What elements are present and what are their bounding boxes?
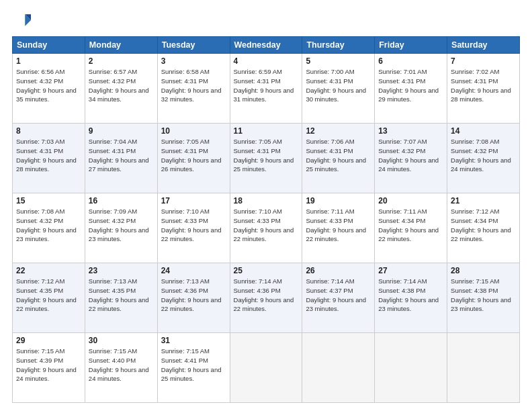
daylight-label: Daylight: 9 hours and 25 minutes. bbox=[234, 156, 294, 173]
sunset-label: Sunset: 4:31 PM bbox=[89, 147, 136, 154]
calendar-day-cell: 30 Sunrise: 7:15 AM Sunset: 4:40 PM Dayl… bbox=[85, 333, 157, 403]
calendar-day-cell bbox=[230, 333, 302, 403]
day-info: Sunrise: 7:09 AM Sunset: 4:32 PM Dayligh… bbox=[89, 207, 154, 244]
sunset-label: Sunset: 4:31 PM bbox=[306, 147, 353, 154]
day-number: 17 bbox=[161, 196, 226, 205]
day-info: Sunrise: 7:07 AM Sunset: 4:32 PM Dayligh… bbox=[378, 137, 443, 174]
sunset-label: Sunset: 4:36 PM bbox=[161, 287, 208, 294]
calendar-day-header: Monday bbox=[85, 37, 157, 54]
sunrise-label: Sunrise: 7:15 AM bbox=[161, 347, 210, 355]
calendar-day-cell: 14 Sunrise: 7:08 AM Sunset: 4:32 PM Dayl… bbox=[447, 124, 520, 193]
daylight-label: Daylight: 9 hours and 32 minutes. bbox=[161, 87, 222, 103]
day-info: Sunrise: 7:15 AM Sunset: 4:41 PM Dayligh… bbox=[161, 347, 226, 383]
daylight-label: Daylight: 9 hours and 23 minutes. bbox=[16, 226, 77, 243]
day-number: 29 bbox=[16, 336, 81, 345]
calendar-day-cell: 21 Sunrise: 7:12 AM Sunset: 4:34 PM Dayl… bbox=[447, 193, 520, 263]
sunrise-label: Sunrise: 7:04 AM bbox=[89, 138, 137, 145]
calendar-week-row: 22 Sunrise: 7:12 AM Sunset: 4:35 PM Dayl… bbox=[13, 263, 520, 333]
calendar-day-cell: 8 Sunrise: 7:03 AM Sunset: 4:31 PM Dayli… bbox=[13, 124, 85, 193]
daylight-label: Daylight: 9 hours and 30 minutes. bbox=[306, 87, 366, 103]
calendar-day-cell bbox=[302, 333, 375, 403]
sunset-label: Sunset: 4:31 PM bbox=[161, 147, 208, 154]
sunrise-label: Sunrise: 7:13 AM bbox=[161, 277, 210, 285]
calendar-day-cell: 9 Sunrise: 7:04 AM Sunset: 4:31 PM Dayli… bbox=[85, 124, 157, 193]
sunrise-label: Sunrise: 6:58 AM bbox=[161, 68, 210, 75]
day-number: 14 bbox=[451, 126, 516, 136]
calendar-week-row: 8 Sunrise: 7:03 AM Sunset: 4:31 PM Dayli… bbox=[13, 124, 520, 193]
daylight-label: Daylight: 9 hours and 23 minutes. bbox=[378, 296, 439, 313]
day-number: 6 bbox=[378, 56, 443, 66]
sunset-label: Sunset: 4:32 PM bbox=[89, 217, 136, 224]
day-number: 23 bbox=[89, 266, 154, 275]
sunrise-label: Sunrise: 7:14 AM bbox=[306, 277, 354, 285]
sunrise-label: Sunrise: 7:08 AM bbox=[16, 208, 64, 215]
daylight-label: Daylight: 9 hours and 23 minutes. bbox=[306, 296, 366, 313]
day-info: Sunrise: 7:14 AM Sunset: 4:36 PM Dayligh… bbox=[234, 277, 299, 314]
sunset-label: Sunset: 4:35 PM bbox=[16, 287, 63, 294]
day-info: Sunrise: 7:15 AM Sunset: 4:38 PM Dayligh… bbox=[451, 277, 516, 314]
day-info: Sunrise: 7:04 AM Sunset: 4:31 PM Dayligh… bbox=[89, 137, 154, 174]
day-number: 8 bbox=[16, 126, 81, 136]
sunrise-label: Sunrise: 7:14 AM bbox=[378, 277, 427, 285]
sunrise-label: Sunrise: 6:57 AM bbox=[89, 68, 137, 75]
day-info: Sunrise: 7:11 AM Sunset: 4:33 PM Dayligh… bbox=[306, 207, 371, 244]
sunrise-label: Sunrise: 7:10 AM bbox=[234, 208, 282, 215]
calendar-day-cell: 12 Sunrise: 7:06 AM Sunset: 4:31 PM Dayl… bbox=[302, 124, 375, 193]
sunrise-label: Sunrise: 7:15 AM bbox=[16, 347, 64, 355]
day-number: 22 bbox=[16, 266, 81, 275]
daylight-label: Daylight: 9 hours and 24 minutes. bbox=[89, 366, 149, 383]
sunset-label: Sunset: 4:31 PM bbox=[16, 147, 63, 154]
calendar-day-cell: 10 Sunrise: 7:05 AM Sunset: 4:31 PM Dayl… bbox=[157, 124, 230, 193]
day-info: Sunrise: 7:13 AM Sunset: 4:36 PM Dayligh… bbox=[161, 277, 226, 314]
day-number: 27 bbox=[378, 266, 443, 275]
sunset-label: Sunset: 4:35 PM bbox=[89, 287, 136, 294]
day-number: 10 bbox=[161, 126, 226, 136]
calendar-week-row: 29 Sunrise: 7:15 AM Sunset: 4:39 PM Dayl… bbox=[13, 333, 520, 403]
day-info: Sunrise: 7:00 AM Sunset: 4:31 PM Dayligh… bbox=[306, 67, 371, 104]
day-info: Sunrise: 7:03 AM Sunset: 4:31 PM Dayligh… bbox=[16, 137, 81, 174]
day-info: Sunrise: 7:12 AM Sunset: 4:34 PM Dayligh… bbox=[451, 207, 516, 244]
daylight-label: Daylight: 9 hours and 31 minutes. bbox=[234, 87, 294, 103]
calendar-header-row: SundayMondayTuesdayWednesdayThursdayFrid… bbox=[13, 37, 520, 54]
calendar-day-cell: 7 Sunrise: 7:02 AM Sunset: 4:31 PM Dayli… bbox=[447, 54, 520, 124]
day-info: Sunrise: 7:08 AM Sunset: 4:32 PM Dayligh… bbox=[16, 207, 81, 244]
calendar-day-cell: 28 Sunrise: 7:15 AM Sunset: 4:38 PM Dayl… bbox=[447, 263, 520, 333]
day-number: 20 bbox=[378, 196, 443, 205]
calendar-day-cell: 26 Sunrise: 7:14 AM Sunset: 4:37 PM Dayl… bbox=[302, 263, 375, 333]
sunrise-label: Sunrise: 7:13 AM bbox=[89, 277, 137, 285]
sunset-label: Sunset: 4:40 PM bbox=[89, 357, 136, 364]
day-info: Sunrise: 7:14 AM Sunset: 4:37 PM Dayligh… bbox=[306, 277, 371, 314]
sunrise-label: Sunrise: 7:11 AM bbox=[378, 208, 427, 215]
calendar-day-cell: 17 Sunrise: 7:10 AM Sunset: 4:33 PM Dayl… bbox=[157, 193, 230, 263]
daylight-label: Daylight: 9 hours and 23 minutes. bbox=[89, 226, 149, 243]
sunset-label: Sunset: 4:32 PM bbox=[451, 147, 498, 154]
sunrise-label: Sunrise: 6:56 AM bbox=[16, 68, 64, 75]
day-info: Sunrise: 7:11 AM Sunset: 4:34 PM Dayligh… bbox=[378, 207, 443, 244]
day-number: 26 bbox=[306, 266, 371, 275]
day-number: 11 bbox=[234, 126, 299, 136]
daylight-label: Daylight: 9 hours and 22 minutes. bbox=[234, 296, 294, 313]
sunrise-label: Sunrise: 6:59 AM bbox=[234, 68, 282, 75]
day-number: 25 bbox=[234, 266, 299, 275]
day-number: 15 bbox=[16, 196, 81, 205]
calendar-day-cell: 4 Sunrise: 6:59 AM Sunset: 4:31 PM Dayli… bbox=[230, 54, 302, 124]
sunset-label: Sunset: 4:32 PM bbox=[16, 77, 63, 85]
sunset-label: Sunset: 4:32 PM bbox=[16, 217, 63, 224]
daylight-label: Daylight: 9 hours and 35 minutes. bbox=[16, 87, 77, 103]
day-info: Sunrise: 7:13 AM Sunset: 4:35 PM Dayligh… bbox=[89, 277, 154, 314]
daylight-label: Daylight: 9 hours and 29 minutes. bbox=[378, 87, 439, 103]
day-info: Sunrise: 7:01 AM Sunset: 4:31 PM Dayligh… bbox=[378, 67, 443, 104]
calendar-day-cell: 24 Sunrise: 7:13 AM Sunset: 4:36 PM Dayl… bbox=[157, 263, 230, 333]
daylight-label: Daylight: 9 hours and 28 minutes. bbox=[451, 87, 511, 103]
calendar-day-cell: 19 Sunrise: 7:11 AM Sunset: 4:33 PM Dayl… bbox=[302, 193, 375, 263]
calendar-day-cell: 22 Sunrise: 7:12 AM Sunset: 4:35 PM Dayl… bbox=[13, 263, 85, 333]
daylight-label: Daylight: 9 hours and 28 minutes. bbox=[16, 156, 77, 173]
sunrise-label: Sunrise: 7:14 AM bbox=[234, 277, 282, 285]
calendar-day-cell: 20 Sunrise: 7:11 AM Sunset: 4:34 PM Dayl… bbox=[375, 193, 447, 263]
day-number: 9 bbox=[89, 126, 154, 136]
calendar-day-cell bbox=[375, 333, 447, 403]
sunset-label: Sunset: 4:31 PM bbox=[306, 77, 353, 85]
day-number: 18 bbox=[234, 196, 299, 205]
sunset-label: Sunset: 4:32 PM bbox=[378, 147, 425, 154]
day-number: 28 bbox=[451, 266, 516, 275]
